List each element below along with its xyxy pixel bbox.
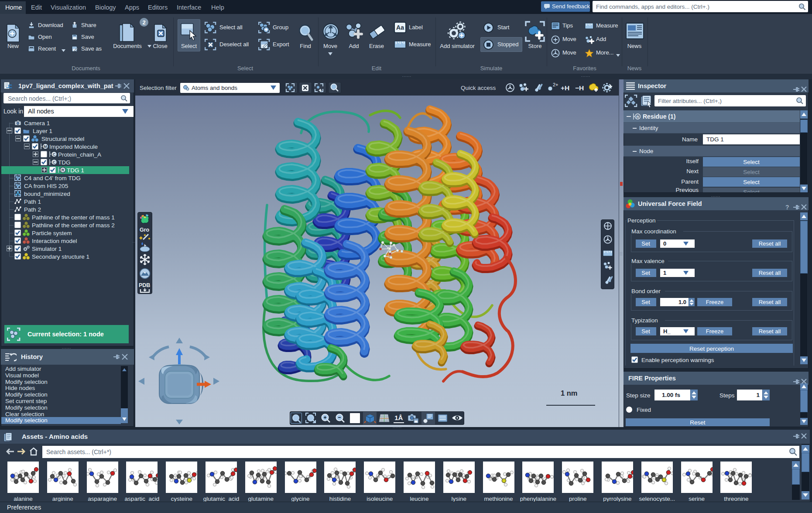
svg-text:M: M [44,144,47,149]
svg-text:2: 2 [142,19,145,26]
svg-text:Aa: Aa [396,24,404,31]
svg-text:C: C [53,160,56,164]
svg-text:2+: 2+ [553,82,558,87]
svg-text:R: R [62,168,65,172]
svg-text:C: C [53,152,56,157]
svg-text:R: R [636,115,639,119]
